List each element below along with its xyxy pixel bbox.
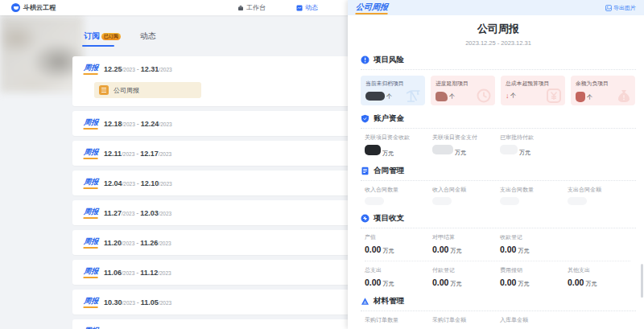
report-list-row[interactable]: 周报 12.04/2023-12.10/2023 [72, 171, 350, 195]
redacted-value [436, 92, 448, 101]
stat-value: 0.00 [500, 278, 516, 287]
card-label: 进度延期项目 [436, 80, 495, 88]
subscription-badge: 已订阅 [101, 33, 121, 40]
tab-subscription[interactable]: 订阅 已订阅 [84, 31, 121, 42]
report-list-row[interactable]: 周报 12.18/2023-12.24/2023 [72, 111, 350, 136]
scrollbar[interactable] [641, 264, 643, 298]
image-icon [605, 5, 612, 11]
weekly-report-panel: 公司周报 导出图片 公司周报 2023.12.25 - 2023.12.31 项… [348, 0, 644, 329]
divider [361, 69, 636, 70]
divider [365, 261, 630, 261]
report-date-range: 12.04/2023-12.10/2023 [104, 179, 172, 187]
redacted-value [365, 197, 384, 205]
section-account-funds: 账户资金 关联项目资金收款 万元 关联项目资金支付 万元 已审批待付款 万元 [361, 113, 636, 158]
risk-card-over-budget: 总成本超预算项目 ↓ 个 [501, 76, 565, 105]
redacted-value [432, 145, 453, 154]
weekly-report-badge: 周报 [83, 147, 98, 159]
stat-payment-registration: 付款登记 0.00万元 [432, 266, 500, 288]
section-project-income-expense: 项目收支 产值 0.00万元 对甲结算 0.00万元 收款登记 0.00万元 [361, 213, 636, 288]
card-unit: 个 [386, 93, 392, 101]
report-group-card[interactable]: 周报 12.25/2023-12.31/2023 公司周报 [72, 56, 350, 106]
stat-label: 已审批待付款 [500, 134, 568, 142]
moneybag-icon [616, 88, 632, 104]
stat-expense-contract-count: 支出合同数量 [500, 186, 568, 205]
briefcase-icon [237, 5, 244, 11]
section-contract-management: 合同管理 收入合同数量 收入合同金额 支出合同数量 [361, 166, 636, 205]
brand-logo-icon [11, 3, 20, 12]
card-unit: 个 [587, 93, 592, 101]
tab-dynamics[interactable]: 动态 [140, 31, 156, 42]
report-body: 公司周报 2023.12.25 - 2023.12.31 项目风险 当前未归档项… [348, 15, 644, 329]
stat-purchase-order-amount: 采购订单金额 0.00万元 [432, 316, 500, 329]
stat-value: 0.00 [500, 245, 516, 254]
stat-funds-paid: 关联项目资金支付 万元 [432, 134, 500, 158]
company-weekly-report-item[interactable]: 公司周报 [94, 82, 201, 98]
redacted-value [576, 92, 585, 102]
report-date-range: 12.11/2023-12.17/2023 [104, 150, 171, 158]
brand[interactable]: 斗栱云工程 [11, 3, 56, 12]
report-date-range: 11.20/2023-11.26/2023 [104, 239, 171, 247]
stat-label: 入库单金额 [500, 316, 568, 324]
report-list-row[interactable]: 周报 12.11/2023-12.17/2023 [72, 141, 350, 166]
nav-item-workbench[interactable]: 工作台 [237, 3, 266, 12]
report-date-range: 11.27/2023-12.03/2023 [104, 209, 171, 217]
risk-card-delayed: 进度延期项目 个 [431, 76, 495, 105]
weekly-report-badge: 周报 [83, 236, 98, 249]
divider [361, 128, 636, 129]
report-list-row[interactable]: 周报 11.27/2023-12.03/2023 [72, 200, 350, 225]
stat-unit: 万元 [450, 280, 461, 288]
report-list-row[interactable]: 周报 10.30/2023-11.05/2023 [72, 290, 350, 315]
redacted-value [432, 197, 452, 205]
stat-value: 0.00 [365, 278, 381, 287]
report-list-row[interactable]: 周报 11.20/2023-11.26/2023 [72, 230, 350, 255]
report-panel-title: 公司周报 [355, 2, 388, 14]
stat-income-contract-count: 收入合同数量 [365, 186, 432, 205]
dynamics-icon [296, 5, 303, 11]
tab-label: 动态 [140, 31, 156, 42]
stat-inbound-order-amount: 入库单金额 0.00万元 [500, 316, 568, 329]
stat-value: 0.00 [568, 278, 584, 287]
stat-label: 收入合同数量 [365, 186, 432, 194]
feed-tabs: 订阅 已订阅 动态 [72, 23, 350, 47]
material-icon [361, 297, 369, 306]
stat-label: 关联项目资金收款 [365, 134, 432, 142]
export-label: 导出图片 [613, 4, 636, 12]
divider [361, 310, 636, 311]
stat-unit: 万元 [382, 280, 394, 288]
stat-expense-contract-amount: 支出合同金额 [568, 186, 635, 205]
stat-value: 0.00 [432, 278, 448, 287]
stat-unit: 万元 [585, 280, 597, 288]
section-title: 材料管理 [374, 296, 404, 306]
redacted-value [365, 92, 385, 101]
stat-unit: 万元 [382, 150, 394, 158]
card-unit: 个 [449, 93, 455, 101]
stat-label: 关联项目资金支付 [432, 134, 500, 142]
report-date-range: 12.18/2023-12.24/2023 [104, 120, 172, 128]
tab-label: 订阅 [84, 31, 100, 42]
section-title: 项目收支 [374, 213, 404, 224]
stat-expense-reimbursement: 费用报销 0.00万元 [500, 266, 568, 288]
stat-unit: 万元 [519, 149, 530, 157]
redacted-value [500, 145, 518, 154]
crane-icon [404, 86, 422, 104]
feed-panel: 订阅 已订阅 动态 周报 12.25/2023-12.31/2023 公司周报 [72, 23, 350, 329]
report-list-row[interactable]: 周报 10.23/2023-10.29/2023 [72, 319, 350, 329]
export-image-button[interactable]: 导出图片 [605, 4, 636, 12]
weekly-report-badge: 周报 [83, 177, 98, 189]
weekly-report-badge: 周报 [83, 326, 98, 329]
stat-unit: 万元 [450, 247, 461, 255]
contract-icon [361, 167, 369, 175]
report-list-row[interactable]: 周报 11.06/2023-11.12/2023 [72, 260, 350, 285]
stat-label: 产值 [365, 233, 432, 241]
weekly-report-badge: 周报 [83, 63, 98, 75]
stat-value: 0.00 [365, 245, 381, 254]
divider [361, 228, 636, 228]
nav-item-label: 工作台 [246, 3, 266, 12]
stat-unit: 万元 [518, 280, 529, 288]
section-title: 账户资金 [374, 113, 404, 124]
stat-unit: 万元 [382, 247, 394, 255]
stat-label: 采购订单金额 [432, 316, 500, 324]
stat-label: 支出合同金额 [568, 186, 635, 194]
risk-card-negative-balance: 余额为负项目 个 [571, 76, 635, 105]
nav-item-dynamics[interactable]: 动态 [296, 3, 318, 12]
